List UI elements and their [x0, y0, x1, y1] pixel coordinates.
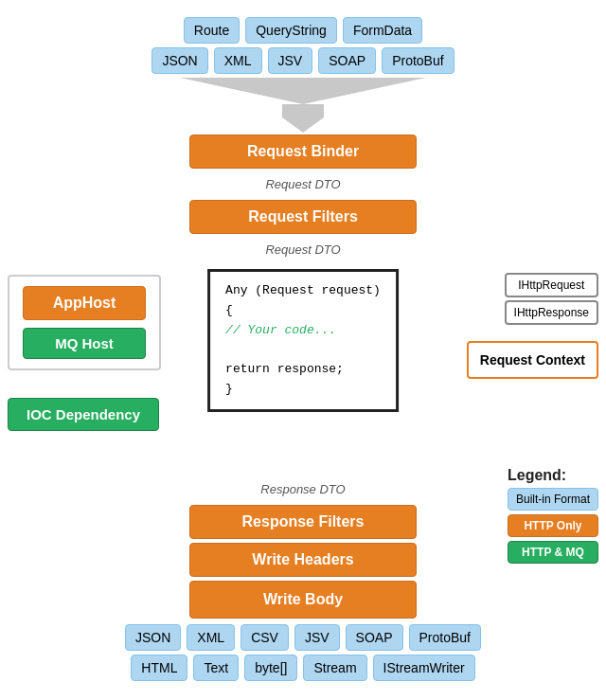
byte-bot-box: byte[] — [244, 655, 297, 681]
ihttp-group: IHttpRequest IHttpResponse — [505, 273, 598, 325]
querystring-box: QueryString — [245, 17, 337, 44]
legend-builtin: Built-in Format — [508, 488, 598, 511]
mqhost-box: MQ Host — [23, 328, 146, 359]
code-line3: // Your code... — [225, 323, 336, 337]
formdata-box: FormData — [343, 17, 422, 44]
xml-bot-box: XML — [187, 624, 235, 651]
jsv-top-box: JSV — [268, 47, 313, 74]
write-body-box: Write Body — [189, 581, 417, 619]
request-dto-label-2: Request DTO — [256, 238, 349, 261]
funnel-arrow — [0, 78, 606, 133]
soap-bot-box: SOAP — [346, 624, 403, 651]
code-line5: return response; — [225, 362, 344, 376]
response-dto-label: Response DTO — [251, 477, 354, 501]
request-context-box: Request Context — [467, 341, 598, 379]
write-headers-box: Write Headers — [189, 543, 417, 577]
protobuf-top-box: ProtoBuf — [382, 47, 454, 74]
jsv-bot-box: JSV — [294, 624, 340, 651]
xml-top-box: XML — [214, 47, 262, 74]
text-bot-box: Text — [193, 655, 239, 681]
json-top-box: JSON — [152, 47, 207, 74]
json-bot-box: JSON — [125, 624, 181, 651]
code-line2: { — [225, 303, 233, 317]
request-binder-box: Request Binder — [189, 135, 417, 169]
html-bot-box: HTML — [131, 655, 187, 681]
legend-http-mq: HTTP & MQ — [508, 541, 598, 564]
legend-http-only: HTTP Only — [508, 514, 598, 537]
code-line1: Any (Request request) — [225, 283, 381, 297]
apphost-container: AppHost MQ Host — [8, 275, 161, 370]
ihttprequest-box: IHttpRequest — [505, 273, 598, 297]
ihttpresponse-box: IHttpResponse — [505, 300, 598, 325]
istreamwriter-bot-box: IStreamWriter — [373, 655, 475, 681]
request-dto-label-1: Request DTO — [256, 172, 349, 196]
code-line6: } — [225, 382, 233, 396]
request-filters-box: Request Filters — [189, 200, 417, 234]
stream-bot-box: Stream — [303, 655, 366, 681]
legend: Legend: Built-in Format HTTP Only HTTP &… — [508, 467, 598, 564]
csv-bot-box: CSV — [241, 624, 289, 651]
soap-top-box: SOAP — [318, 47, 376, 74]
legend-title: Legend: — [508, 467, 598, 484]
code-box: Any (Request request) { // Your code... … — [207, 269, 399, 412]
ioc-dependency-box: IOC Dependency — [8, 398, 159, 431]
response-filters-box: Response Filters — [189, 505, 417, 539]
route-box: Route — [184, 17, 240, 44]
apphost-box: AppHost — [23, 286, 146, 320]
protobuf-bot-box: ProtoBuf — [409, 624, 481, 651]
